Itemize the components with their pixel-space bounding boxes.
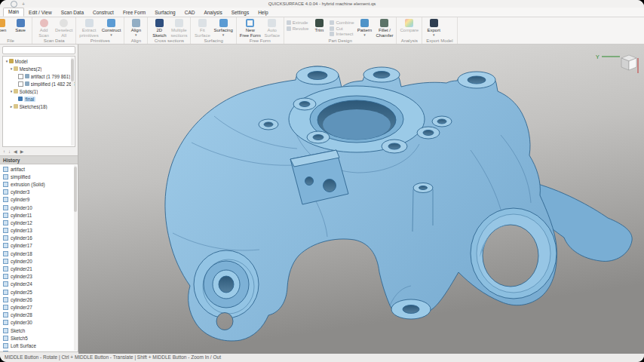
history-item-cylinder24[interactable]: cylinder24 bbox=[0, 281, 78, 288]
tree-search-box[interactable] bbox=[2, 46, 75, 54]
menu-tab-scan-data[interactable]: Scan Data bbox=[57, 9, 88, 17]
history-item-cylinder20[interactable]: cylinder20 bbox=[0, 257, 78, 265]
cut-button[interactable]: Cut bbox=[330, 26, 354, 31]
menu-tab-main[interactable]: Main bbox=[3, 8, 24, 17]
tree-row-artifact-1-799-861[interactable]: artifact (1 799 861) bbox=[3, 72, 75, 80]
history-item-label: cylinder13 bbox=[11, 228, 32, 233]
pattern-button[interactable]: Pattern▾ bbox=[355, 18, 373, 36]
history-item-cylinder21[interactable]: cylinder21 bbox=[0, 265, 78, 272]
history-item-label: artifact bbox=[11, 167, 25, 172]
new-free-form-button[interactable]: New Free Form bbox=[239, 18, 262, 38]
tree-scrollbar[interactable] bbox=[71, 57, 74, 146]
menu-tab-free-form[interactable]: Free Form bbox=[118, 9, 150, 17]
step-forward-icon[interactable]: ▶ bbox=[20, 149, 24, 155]
ribbon-group-label-export-model: Export Model bbox=[425, 38, 454, 44]
save-button[interactable]: Save bbox=[11, 18, 29, 33]
history-item-cylinder13[interactable]: cylinder13 bbox=[0, 227, 78, 235]
ribbon-group-label-cross-sections: Cross sections bbox=[150, 38, 188, 44]
menu-tab-construct[interactable]: Construct bbox=[88, 9, 118, 17]
extract-primitives-button[interactable]: Extract primitives bbox=[78, 18, 99, 38]
history-item-cylinder26[interactable]: cylinder26 bbox=[0, 296, 78, 303]
menu-tab-surfacing[interactable]: Surfacing bbox=[150, 9, 179, 17]
history-item-cylinder12[interactable]: cylinder12 bbox=[0, 219, 78, 226]
ribbon-group-label-scan-data: Scan Data bbox=[35, 38, 73, 44]
surfacing-button[interactable]: Surfacing▾ bbox=[213, 18, 233, 36]
menu-tab-cad[interactable]: CAD bbox=[180, 9, 200, 17]
revolve-button[interactable]: Revolve bbox=[287, 26, 309, 31]
deselect-all-icon bbox=[60, 19, 68, 27]
tree-row-model[interactable]: ▾Model bbox=[3, 57, 75, 65]
history-item-artifact[interactable]: artifact bbox=[0, 165, 78, 173]
history-item-cylinder23[interactable]: cylinder23 bbox=[0, 273, 78, 281]
compare-icon bbox=[405, 19, 413, 27]
fillet-chamfer-button[interactable]: Fillet / Chamfer bbox=[375, 18, 394, 38]
history-item-cylinder25[interactable]: cylinder25 bbox=[0, 288, 78, 296]
status-text: MIDDLE Button - Rotate | Ctrl + MIDDLE B… bbox=[5, 354, 221, 360]
move-down-icon[interactable]: ↓ bbox=[8, 149, 11, 155]
tree-row-simplified-1-482-264[interactable]: simplified (1 482 264) bbox=[3, 80, 75, 87]
surfacing-dropdown-icon[interactable]: ▾ bbox=[222, 33, 225, 36]
menu-tab-analysis[interactable]: Analysis bbox=[199, 9, 226, 17]
fillet-chamfer-icon bbox=[380, 19, 388, 27]
multiple-sections-button[interactable]: Multiple sections bbox=[170, 18, 188, 38]
history-item-cylinder27[interactable]: cylinder27 bbox=[0, 303, 78, 311]
history-item-cylinder9[interactable]: cylinder9 bbox=[0, 196, 78, 204]
construct-button[interactable]: Construct▾ bbox=[101, 18, 122, 36]
fit-surface-button[interactable]: Fit Surface bbox=[193, 18, 211, 38]
history-item-cylinder28[interactable]: cylinder28 bbox=[0, 311, 78, 319]
pattern-dropdown-icon[interactable]: ▾ bbox=[363, 33, 366, 36]
step-back-icon[interactable]: ◀ bbox=[14, 149, 17, 155]
history-item-label: Sketch bbox=[11, 328, 25, 333]
menu-tab-settings[interactable]: Settings bbox=[227, 9, 254, 17]
open-icon bbox=[0, 19, 5, 27]
history-item-plane-locked[interactable]: Plane (Locked) bbox=[0, 350, 78, 352]
export-dropdown-icon[interactable]: ▾ bbox=[433, 33, 435, 36]
history-item-cylinder18[interactable]: cylinder18 bbox=[0, 250, 78, 257]
combine-button[interactable]: Combine bbox=[330, 20, 354, 25]
open-button[interactable]: Open bbox=[0, 18, 10, 33]
export-button[interactable]: Export▾ bbox=[425, 18, 443, 36]
compare-button[interactable]: Compare bbox=[399, 18, 419, 33]
history-item-extrusion-solid[interactable]: extrusion (Solid) bbox=[0, 180, 78, 188]
align-button[interactable]: Align▾ bbox=[127, 18, 145, 36]
history-item-simplified[interactable]: simplified bbox=[0, 173, 78, 180]
align-dropdown-icon[interactable]: ▾ bbox=[135, 33, 137, 36]
viewport-3d[interactable]: Y bbox=[78, 44, 644, 354]
history-item-sketch[interactable]: Sketch bbox=[0, 327, 78, 334]
history-item-loft-surface[interactable]: Loft Surface bbox=[0, 342, 78, 349]
menu-tab-help[interactable]: Help bbox=[253, 9, 272, 17]
extract-primitives-label: Extract primitives bbox=[79, 28, 98, 38]
auto-surface-label: Auto Surface bbox=[264, 28, 280, 38]
history-item-cylinder17[interactable]: cylinder17 bbox=[0, 242, 78, 250]
tree-label: Sketches(18) bbox=[20, 104, 48, 109]
tree-checkbox[interactable] bbox=[18, 74, 23, 79]
tree-checkbox[interactable] bbox=[18, 81, 23, 87]
move-up-icon[interactable]: ↑ bbox=[3, 149, 5, 155]
trim-button[interactable]: Trim bbox=[310, 18, 328, 33]
tree-row-solids-1[interactable]: ▾Solids(1) bbox=[3, 87, 75, 95]
history-node-icon bbox=[3, 259, 8, 264]
add-scan-button[interactable]: Add Scan bbox=[35, 18, 53, 38]
tree-row-final[interactable]: final bbox=[3, 95, 75, 103]
history-item-cylinder16[interactable]: cylinder16 bbox=[0, 235, 78, 242]
construct-dropdown-icon[interactable]: ▾ bbox=[110, 33, 112, 36]
menu-bar: MainEdit / ViewScan DataConstructFree Fo… bbox=[0, 8, 644, 17]
tree-row-meshes-2[interactable]: ▾Meshes(2) bbox=[3, 65, 75, 72]
history-item-cylinder3[interactable]: cylinder3 bbox=[0, 189, 78, 196]
auto-surface-button[interactable]: Auto Surface bbox=[263, 18, 281, 38]
extrude-button[interactable]: Extrude bbox=[287, 20, 309, 25]
history-scrollbar-thumb[interactable] bbox=[74, 167, 77, 212]
intersect-button[interactable]: Intersect bbox=[330, 32, 354, 36]
tree-scrollbar-thumb[interactable] bbox=[71, 59, 74, 81]
history-node-icon bbox=[3, 174, 8, 179]
menu-tab-edit-view[interactable]: Edit / View bbox=[24, 9, 57, 17]
tree-row-sketches-18[interactable]: ▸Sketches(18) bbox=[3, 103, 75, 110]
2d-sketch-button[interactable]: 2D Sketch bbox=[150, 18, 168, 38]
history-scrollbar[interactable] bbox=[74, 165, 77, 351]
history-item-cylinder11[interactable]: cylinder11 bbox=[0, 211, 78, 219]
deselect-all-button[interactable]: Deselect All bbox=[54, 18, 73, 38]
history-item-sketch5[interactable]: Sketch5 bbox=[0, 334, 78, 342]
viewport[interactable]: Y bbox=[78, 44, 644, 351]
history-item-cylinder30[interactable]: cylinder30 bbox=[0, 319, 78, 327]
history-item-cylinder10[interactable]: cylinder10 bbox=[0, 204, 78, 211]
